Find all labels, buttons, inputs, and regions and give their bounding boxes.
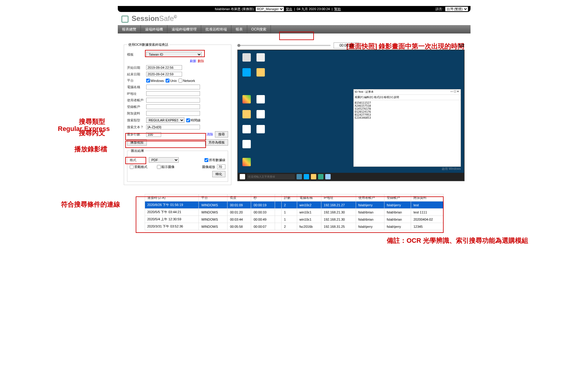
refresh-link[interactable]: 刷新 — [190, 59, 196, 63]
th-length[interactable]: 長度 — [227, 194, 251, 201]
text5-icon — [242, 140, 251, 148]
play-video-button[interactable]: 播放視頻 — [127, 139, 147, 146]
th-seconds[interactable]: 秒 — [251, 194, 275, 201]
showimg-chk[interactable] — [157, 165, 161, 169]
menu-report[interactable]: 報表 — [231, 25, 247, 33]
th-conntime[interactable]: 連接時 (Z-A) — [145, 194, 199, 201]
table-cell: 00:00:33 — [251, 209, 275, 216]
table-row[interactable]: 2020/3/31 下午 03:52:36WINDOWS00:05:5800:0… — [145, 223, 443, 230]
video-panel: 00:00:19 1/2 ID-Test — [237, 42, 465, 185]
platform-network-chk[interactable] — [178, 79, 182, 83]
chrome-icon — [242, 95, 251, 103]
table-cell: 12345 — [411, 223, 443, 230]
convert-button[interactable]: 轉化 — [212, 171, 225, 177]
menu-terminal[interactable]: 遠端終端機 — [141, 25, 167, 33]
th-computer[interactable]: 電腦名稱 — [297, 194, 321, 201]
login-input[interactable] — [146, 104, 200, 109]
searchtype-select[interactable]: REGULAR EXPRESS. — [146, 117, 184, 123]
folder-icon — [256, 68, 265, 77]
help-link[interactable]: 幫助 — [334, 7, 341, 11]
watermark: 啟用 Windows — [442, 167, 461, 171]
folder2-icon — [242, 110, 251, 118]
imgscale-label: 圖像縮放 — [202, 165, 215, 169]
attach-input[interactable] — [146, 111, 200, 116]
table-cell: win10c1 — [297, 216, 321, 223]
table-cell: 20200404-02 — [411, 216, 443, 223]
edge-task-icon[interactable] — [304, 174, 309, 179]
menu-ocr[interactable]: OCR搜索 — [247, 25, 271, 33]
store-task-icon[interactable] — [318, 174, 323, 179]
screenshot: ID-Test - 記事本 — ☐ ✕ 檔案(F) 編輯(E) 格式(O) 檢視… — [237, 50, 465, 181]
template-label: 模板 — [127, 52, 144, 57]
role-select[interactable]: RDP_Manager — [256, 7, 284, 11]
timeline-chk[interactable] — [186, 118, 190, 122]
table-cell: 00:03:44 — [227, 216, 251, 223]
table-cell — [275, 223, 281, 230]
platform-unix-chk[interactable] — [166, 79, 169, 83]
table-row[interactable]: 2020/5/4 上午 12:30:59WINDOWS00:03:4400:00… — [145, 216, 443, 223]
table-row[interactable]: 2020/8/26 下午 01:56:19WINDOWS00:01:0900:0… — [145, 201, 443, 209]
table-cell: test — [411, 201, 443, 209]
imgscale-input[interactable] — [217, 164, 225, 169]
th-platform[interactable]: 平台 — [199, 194, 227, 201]
recyclebin-icon — [242, 53, 251, 62]
menu-approve[interactable]: 批准远程终端 — [201, 25, 231, 33]
user-input[interactable] — [146, 98, 200, 103]
notepad-task-icon[interactable] — [325, 174, 331, 179]
ip-input[interactable] — [146, 91, 200, 96]
th-user[interactable]: 使用者帳戶 — [356, 194, 384, 201]
export-panel: 匯出結果 格式 PDF 所有數據線 景觀格式 顯示圖像 圖像縮放 轉化 — [127, 149, 228, 182]
th-ip[interactable]: IP地址 — [321, 194, 356, 201]
template-select[interactable]: Taiwan ID — [146, 52, 202, 57]
searchtext-label: 搜索文本 ? — [127, 125, 144, 129]
explorer-task-icon[interactable] — [311, 174, 316, 179]
th-login[interactable]: 登錄帳戶 — [384, 194, 411, 201]
allsessions-chk[interactable] — [204, 158, 208, 162]
taskview-icon[interactable] — [297, 174, 302, 179]
user-identity: fslab\brian 布萊恩 (業務部) — [215, 7, 254, 11]
start-date-input[interactable] — [146, 65, 182, 70]
taskbar-search[interactable] — [247, 174, 295, 179]
text2-icon — [256, 110, 265, 118]
notepad-window: ID-Test - 記事本 — ☐ ✕ 檔案(F) 編輯(E) 格式(O) 檢視… — [353, 89, 461, 167]
notepad-body: B150111527 A246157510 S145276170 D120124… — [354, 100, 461, 120]
clear-link[interactable]: 清除 — [207, 132, 213, 137]
lang-select[interactable]: 台灣 (繁體) — [445, 7, 468, 11]
text4-icon — [256, 125, 265, 133]
slider-thumb[interactable] — [237, 44, 240, 47]
table-cell: 2020/5/5 下午 03:44:21 — [145, 209, 199, 216]
saveas-template-button[interactable]: 另存為模板 — [205, 139, 228, 146]
export-legend: 匯出結果 — [130, 149, 145, 153]
menu-terminal-mgmt[interactable]: 遠端終端機管理 — [167, 25, 201, 33]
start-icon[interactable] — [240, 174, 245, 179]
table-cell: fslab\jerry — [384, 223, 411, 230]
th-attach[interactable]: 附加資料 — [411, 194, 443, 201]
maxrows-input[interactable] — [146, 132, 161, 137]
landscape-chk[interactable] — [130, 165, 134, 169]
end-date-label: 結束日期 — [127, 72, 144, 77]
th-count[interactable]: 計數 — [282, 194, 297, 201]
table-cell: 2 — [282, 201, 297, 209]
notepad-menu: 檔案(F) 編輯(E) 格式(O) 檢視(V) 說明 — [354, 95, 461, 100]
search-button[interactable]: 搜尋 — [215, 131, 228, 138]
format-select[interactable]: PDF — [149, 157, 179, 163]
platform-windows-chk[interactable] — [146, 79, 150, 83]
timeline-slider[interactable] — [237, 45, 331, 46]
end-date-input[interactable] — [146, 72, 182, 77]
platform-label: 平台 — [127, 78, 144, 83]
table-cell: 192.168.21.30 — [321, 209, 356, 216]
table-cell: 00:01:20 — [227, 209, 251, 216]
table-cell: 1 — [282, 216, 297, 223]
delete-link[interactable]: 删除 — [198, 59, 204, 63]
search-panel: 使用OCR數據搜索終端會話 模板 Taiwan ID 刷新 删除 开始日期 結束… — [124, 42, 231, 185]
th-blank[interactable] — [275, 194, 281, 201]
table-cell: fslab\brian — [384, 209, 411, 216]
table-cell — [275, 201, 281, 209]
searchtext-input[interactable] — [146, 125, 200, 129]
logout-link[interactable]: 登出 — [286, 7, 292, 11]
menu-reports[interactable]: 報表總覽 — [118, 25, 141, 33]
table-cell: 00:00:49 — [251, 216, 275, 223]
table-cell — [275, 216, 281, 223]
table-row[interactable]: 2020/5/5 下午 03:44:21WINDOWS00:01:2000:00… — [145, 209, 443, 216]
computer-input[interactable] — [146, 85, 200, 89]
